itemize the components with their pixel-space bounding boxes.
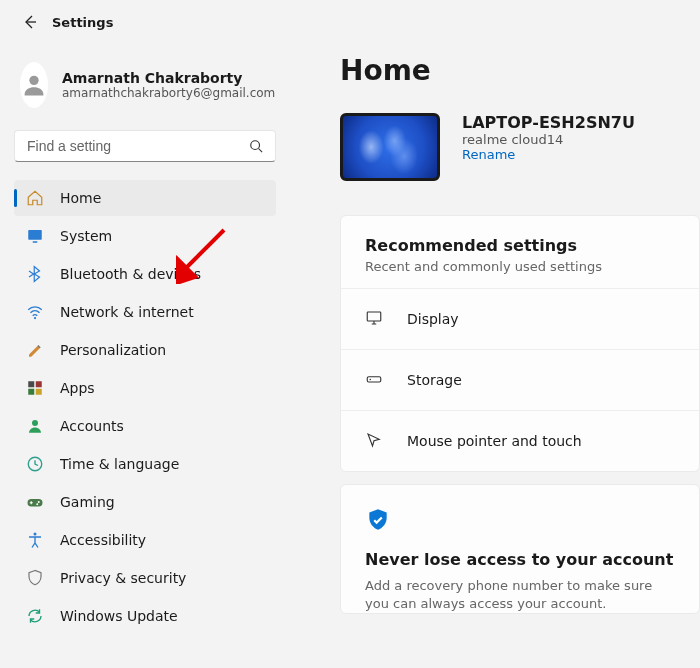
sidebar-item-bluetooth[interactable]: Bluetooth & devices bbox=[14, 256, 276, 292]
search-box[interactable] bbox=[14, 130, 276, 162]
sidebar-item-system[interactable]: System bbox=[14, 218, 276, 254]
sidebar-item-personalization[interactable]: Personalization bbox=[14, 332, 276, 368]
sidebar-item-label: Home bbox=[60, 190, 101, 206]
main: Home LAPTOP-ESH2SN7U realme cloud14 Rena… bbox=[290, 36, 700, 634]
svg-rect-6 bbox=[36, 381, 42, 387]
sidebar-item-apps[interactable]: Apps bbox=[14, 370, 276, 406]
user-name: Amarnath Chakraborty bbox=[62, 70, 275, 86]
recommended-title: Recommended settings bbox=[365, 236, 675, 255]
sidebar-item-time[interactable]: Time & language bbox=[14, 446, 276, 482]
device-thumbnail bbox=[340, 113, 440, 181]
back-button[interactable] bbox=[22, 14, 38, 30]
sidebar-item-update[interactable]: Windows Update bbox=[14, 598, 276, 634]
user-email: amarnathchakraborty6@gmail.com bbox=[62, 86, 275, 100]
svg-rect-7 bbox=[28, 389, 34, 395]
svg-point-12 bbox=[38, 501, 40, 503]
accessibility-icon bbox=[26, 531, 44, 549]
back-arrow-icon bbox=[22, 14, 38, 30]
recommended-item-storage[interactable]: Storage bbox=[341, 349, 699, 410]
sidebar-item-accessibility[interactable]: Accessibility bbox=[14, 522, 276, 558]
sidebar-item-label: Accounts bbox=[60, 418, 124, 434]
nav-list: HomeSystemBluetooth & devicesNetwork & i… bbox=[14, 180, 276, 634]
sidebar-item-label: Windows Update bbox=[60, 608, 178, 624]
sidebar-item-label: Bluetooth & devices bbox=[60, 266, 201, 282]
sidebar-item-label: Gaming bbox=[60, 494, 115, 510]
svg-point-13 bbox=[36, 503, 38, 505]
sidebar-item-accounts[interactable]: Accounts bbox=[14, 408, 276, 444]
network-icon bbox=[26, 303, 44, 321]
recommended-sub: Recent and commonly used settings bbox=[365, 259, 675, 274]
svg-point-4 bbox=[34, 317, 36, 319]
recommended-item-label: Mouse pointer and touch bbox=[407, 433, 582, 449]
search-input[interactable] bbox=[27, 138, 227, 154]
account-card: Never lose access to your account Add a … bbox=[340, 484, 700, 614]
sidebar-item-privacy[interactable]: Privacy & security bbox=[14, 560, 276, 596]
account-sub: Add a recovery phone number to make sure… bbox=[365, 577, 675, 613]
shield-icon bbox=[365, 507, 675, 536]
recommended-item-display[interactable]: Display bbox=[341, 288, 699, 349]
svg-rect-2 bbox=[28, 230, 42, 240]
personalization-icon bbox=[26, 341, 44, 359]
recommended-item-pointer[interactable]: Mouse pointer and touch bbox=[341, 410, 699, 471]
time-icon bbox=[26, 455, 44, 473]
svg-point-14 bbox=[34, 533, 37, 536]
svg-rect-16 bbox=[367, 377, 381, 382]
avatar bbox=[20, 62, 48, 108]
rename-link[interactable]: Rename bbox=[462, 147, 635, 162]
sidebar-item-label: Accessibility bbox=[60, 532, 146, 548]
storage-icon bbox=[365, 370, 385, 390]
display-icon bbox=[365, 309, 385, 329]
avatar-icon bbox=[20, 71, 48, 99]
sidebar-item-gaming[interactable]: Gaming bbox=[14, 484, 276, 520]
update-icon bbox=[26, 607, 44, 625]
sidebar-item-label: System bbox=[60, 228, 112, 244]
sidebar-item-label: Network & internet bbox=[60, 304, 194, 320]
header-title: Settings bbox=[52, 15, 113, 30]
svg-rect-15 bbox=[367, 312, 381, 321]
sidebar-item-label: Personalization bbox=[60, 342, 166, 358]
home-icon bbox=[26, 189, 44, 207]
search-icon bbox=[249, 139, 263, 153]
svg-point-17 bbox=[370, 379, 372, 381]
header: Settings bbox=[0, 0, 700, 36]
svg-point-1 bbox=[251, 141, 260, 150]
sidebar-item-label: Time & language bbox=[60, 456, 179, 472]
sidebar-item-label: Privacy & security bbox=[60, 570, 186, 586]
sidebar-item-home[interactable]: Home bbox=[14, 180, 276, 216]
device-model: realme cloud14 bbox=[462, 132, 635, 147]
svg-rect-8 bbox=[36, 389, 42, 395]
svg-point-0 bbox=[29, 76, 38, 85]
accounts-icon bbox=[26, 417, 44, 435]
svg-point-9 bbox=[32, 420, 38, 426]
sidebar-item-network[interactable]: Network & internet bbox=[14, 294, 276, 330]
svg-rect-3 bbox=[33, 241, 38, 243]
pointer-icon bbox=[365, 431, 385, 451]
gaming-icon bbox=[26, 493, 44, 511]
recommended-card: Recommended settings Recent and commonly… bbox=[340, 215, 700, 472]
page-title: Home bbox=[340, 54, 700, 87]
sidebar: Amarnath Chakraborty amarnathchakraborty… bbox=[0, 36, 290, 634]
user-row[interactable]: Amarnath Chakraborty amarnathchakraborty… bbox=[14, 50, 276, 130]
bluetooth-icon bbox=[26, 265, 44, 283]
account-title: Never lose access to your account bbox=[365, 550, 675, 569]
svg-rect-5 bbox=[28, 381, 34, 387]
recommended-item-label: Display bbox=[407, 311, 459, 327]
system-icon bbox=[26, 227, 44, 245]
device-name: LAPTOP-ESH2SN7U bbox=[462, 113, 635, 132]
device-row: LAPTOP-ESH2SN7U realme cloud14 Rename bbox=[340, 113, 700, 181]
sidebar-item-label: Apps bbox=[60, 380, 95, 396]
apps-icon bbox=[26, 379, 44, 397]
privacy-icon bbox=[26, 569, 44, 587]
recommended-item-label: Storage bbox=[407, 372, 462, 388]
recommended-list: DisplayStorageMouse pointer and touch bbox=[341, 288, 699, 471]
